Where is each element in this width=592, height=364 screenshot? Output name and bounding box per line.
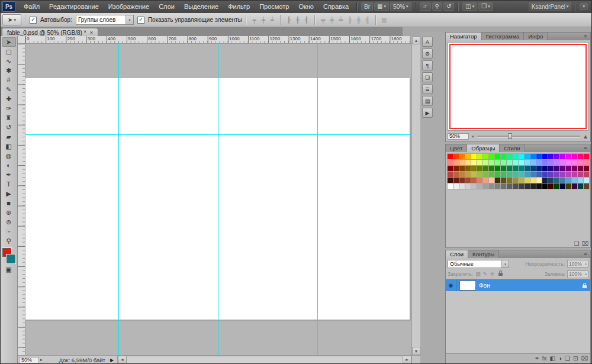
- color-swatch[interactable]: [578, 166, 584, 172]
- align-left-edges-icon[interactable]: ┠: [285, 15, 293, 24]
- color-swatch[interactable]: [584, 166, 590, 172]
- menu-item[interactable]: Файл: [19, 1, 44, 13]
- menu-item[interactable]: Слои: [154, 1, 179, 13]
- color-swatch[interactable]: [513, 166, 519, 172]
- color-swatch[interactable]: [566, 172, 572, 178]
- color-swatch[interactable]: [542, 160, 548, 166]
- quick-selection-tool[interactable]: ✱: [2, 66, 16, 75]
- color-swatch[interactable]: [572, 154, 578, 160]
- color-swatch[interactable]: [572, 172, 578, 178]
- panel-tab[interactable]: Стили: [500, 144, 525, 152]
- color-swatch[interactable]: [495, 178, 501, 183]
- hand-tool-button[interactable]: ☞: [420, 2, 431, 11]
- color-swatch[interactable]: [530, 166, 536, 172]
- color-swatch[interactable]: [554, 166, 560, 172]
- color-swatch[interactable]: [536, 160, 542, 166]
- menu-item[interactable]: Выделение: [179, 1, 223, 13]
- color-swatch[interactable]: [542, 178, 548, 183]
- color-swatch[interactable]: [465, 183, 471, 189]
- color-swatch[interactable]: [542, 154, 548, 160]
- panel-tab[interactable]: Цвет: [446, 144, 467, 152]
- rectangular-marquee-tool[interactable]: ▢: [2, 47, 16, 56]
- new-layer-icon[interactable]: ⊡: [573, 356, 578, 362]
- scroll-left-icon[interactable]: ◄: [118, 356, 127, 364]
- color-swatch[interactable]: [554, 172, 560, 178]
- color-swatch[interactable]: [495, 160, 501, 166]
- 3d-rotate-tool[interactable]: ⊛: [2, 208, 16, 217]
- menu-item[interactable]: Окно: [294, 1, 318, 13]
- panel-tab[interactable]: Гистограмма: [482, 33, 525, 40]
- color-swatch[interactable]: [542, 166, 548, 172]
- navigator-zoom-field[interactable]: 50%: [448, 133, 469, 140]
- lock-transparent-pixels-icon[interactable]: ▨: [475, 271, 481, 277]
- layer-group-icon[interactable]: ❏: [565, 356, 570, 362]
- eraser-tool[interactable]: ▰: [2, 132, 16, 141]
- delete-swatch-icon[interactable]: ⌧: [581, 241, 588, 247]
- color-swatch[interactable]: [530, 154, 536, 160]
- photoshop-logo-icon[interactable]: Ps: [2, 1, 15, 12]
- color-swatch[interactable]: [483, 160, 489, 166]
- color-swatch[interactable]: [477, 154, 483, 160]
- color-swatch[interactable]: [471, 183, 477, 189]
- zoom-in-icon[interactable]: ▲: [583, 133, 588, 140]
- align-top-edges-icon[interactable]: ┯: [250, 15, 259, 24]
- delete-layer-icon[interactable]: ⌧: [581, 356, 588, 362]
- color-swatch[interactable]: [448, 154, 453, 160]
- distribute-right-edges-icon[interactable]: ╢: [363, 15, 372, 24]
- zoom-tool-button[interactable]: ⚲: [432, 2, 442, 11]
- align-bottom-edges-icon[interactable]: ┷: [268, 15, 276, 24]
- fill-field[interactable]: 100% ▾: [567, 270, 588, 278]
- color-swatch[interactable]: [536, 178, 542, 183]
- horizontal-ruler[interactable]: 0100200300400500600700800900100011001200…: [25, 36, 411, 44]
- rotate-view-button[interactable]: ↺: [443, 2, 454, 11]
- color-swatch[interactable]: [471, 154, 477, 160]
- vertical-scrollbar[interactable]: ▲ ▼: [411, 36, 420, 355]
- color-swatch[interactable]: [477, 160, 483, 166]
- crop-tool[interactable]: #: [2, 75, 16, 85]
- character-panel-icon[interactable]: A: [422, 37, 433, 47]
- color-swatch[interactable]: [471, 160, 477, 166]
- color-swatch[interactable]: [566, 183, 572, 189]
- arrange-documents-button[interactable]: ◫ ▾: [462, 2, 477, 11]
- color-swatch[interactable]: [584, 154, 590, 160]
- color-swatch[interactable]: [513, 172, 519, 178]
- color-swatch[interactable]: [566, 178, 572, 183]
- color-swatch[interactable]: [525, 172, 530, 178]
- color-swatch[interactable]: [530, 160, 536, 166]
- color-swatch[interactable]: [453, 166, 459, 172]
- color-swatch[interactable]: [548, 172, 554, 178]
- clone-stamp-tool[interactable]: ♜: [2, 113, 16, 123]
- color-swatch[interactable]: [584, 183, 590, 189]
- view-extras-button[interactable]: ▦ ▾: [374, 2, 389, 11]
- color-swatch[interactable]: [507, 183, 513, 189]
- color-swatch[interactable]: [536, 183, 542, 189]
- blur-tool[interactable]: ◍: [2, 151, 16, 160]
- panel-menu-icon[interactable]: ≡: [581, 33, 590, 40]
- panel-menu-icon[interactable]: ≡: [581, 144, 590, 152]
- color-swatch[interactable]: [453, 183, 459, 189]
- color-swatch[interactable]: [525, 154, 530, 160]
- expand-panel-icon[interactable]: ▶: [422, 108, 433, 118]
- color-swatch[interactable]: [560, 183, 566, 189]
- color-swatch[interactable]: [448, 160, 453, 166]
- color-swatch[interactable]: [465, 154, 471, 160]
- distribute-vertical-centers-icon[interactable]: ╪: [328, 15, 336, 24]
- color-swatch[interactable]: [542, 183, 548, 189]
- color-swatch[interactable]: [501, 160, 507, 166]
- slider-thumb[interactable]: [508, 133, 512, 139]
- status-menu-icon[interactable]: ▶: [110, 357, 114, 363]
- scroll-up-icon[interactable]: ▲: [412, 36, 420, 44]
- zoom-tool[interactable]: ⚲: [2, 236, 16, 246]
- navigator-view-box[interactable]: [449, 44, 587, 129]
- menu-item[interactable]: Редактирование: [44, 1, 104, 13]
- color-swatch[interactable]: [548, 160, 554, 166]
- color-swatch[interactable]: [495, 154, 501, 160]
- color-swatch[interactable]: [554, 160, 560, 166]
- color-swatch[interactable]: [548, 183, 554, 189]
- navigator-zoom-slider[interactable]: [477, 133, 580, 139]
- color-swatch[interactable]: [501, 166, 507, 172]
- status-zoom-field[interactable]: 50%: [19, 357, 39, 363]
- color-swatch[interactable]: [513, 160, 519, 166]
- panel-tab[interactable]: Навигатор: [446, 33, 482, 40]
- color-swatch[interactable]: [578, 183, 584, 189]
